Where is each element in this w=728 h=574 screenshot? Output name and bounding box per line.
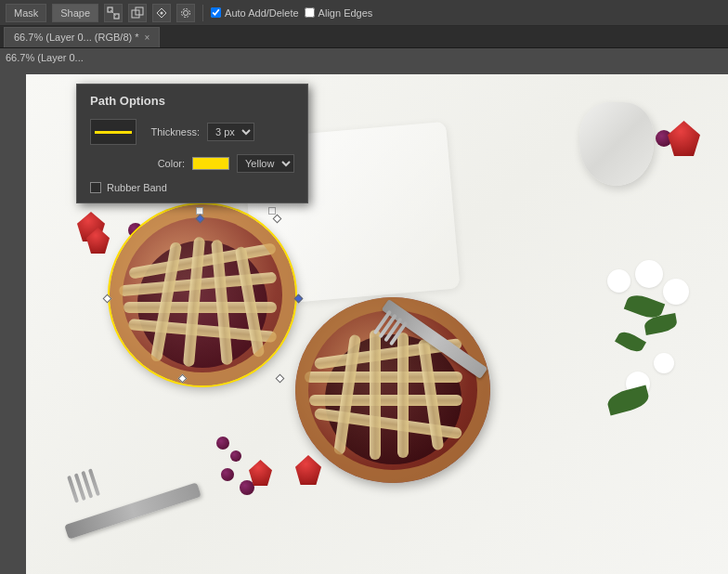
svg-line-2 bbox=[110, 10, 116, 16]
fork-on-pie-container bbox=[374, 333, 495, 346]
strawberry-4 bbox=[668, 121, 700, 156]
color-selector[interactable]: Yellow Red Blue Green White Black bbox=[192, 154, 294, 173]
path-options-popup: Path Options Thickness: 3 px 1 px 2 px 4… bbox=[76, 84, 308, 203]
leaf-3 bbox=[615, 329, 646, 356]
color-row: Color: Yellow Red Blue Green White Black bbox=[90, 154, 294, 173]
path-tool-icon bbox=[107, 7, 120, 20]
path-icon-button[interactable] bbox=[104, 4, 123, 22]
flower-1 bbox=[635, 260, 663, 288]
auto-add-delete-checkbox[interactable] bbox=[211, 7, 221, 18]
svg-point-6 bbox=[184, 10, 188, 15]
strawberry-3 bbox=[295, 455, 321, 485]
auto-add-delete-checkbox-label[interactable]: Auto Add/Delete bbox=[211, 7, 299, 19]
thickness-preview bbox=[90, 119, 136, 145]
bottom-fork-tines bbox=[67, 468, 100, 502]
main-toolbar: Mask Shape Auto Add/Delete Align Edges bbox=[0, 0, 728, 26]
rubber-band-checkbox[interactable] bbox=[90, 182, 101, 193]
align-edges-checkbox[interactable] bbox=[305, 7, 315, 18]
thickness-label: Thickness: bbox=[144, 126, 200, 137]
settings-icon bbox=[179, 7, 192, 20]
flower-4 bbox=[654, 353, 674, 373]
pie-crust-left bbox=[110, 204, 295, 385]
document-tab[interactable]: 66.7% (Layer 0... (RGB/8) * × bbox=[4, 27, 160, 47]
transform-icon-button[interactable] bbox=[152, 4, 171, 22]
thickness-select[interactable]: 3 px 1 px 2 px 4 px 5 px bbox=[207, 123, 254, 141]
color-swatch[interactable] bbox=[192, 157, 229, 170]
berry-7 bbox=[240, 480, 254, 495]
combine-icon bbox=[131, 7, 144, 20]
strawberry-5 bbox=[249, 460, 272, 486]
flower-2 bbox=[663, 279, 689, 305]
canvas-label: 66.7% (Layer 0... bbox=[6, 52, 84, 63]
anchor-bottom[interactable] bbox=[276, 374, 285, 384]
color-select[interactable]: Yellow Red Blue Green White Black bbox=[237, 154, 294, 173]
bottom-fork bbox=[63, 503, 202, 518]
popup-title: Path Options bbox=[90, 94, 294, 108]
pie-left bbox=[110, 204, 295, 385]
berry-4 bbox=[230, 450, 241, 462]
svg-point-7 bbox=[182, 8, 190, 17]
canvas-area: 66.7% (Layer 0... bbox=[0, 48, 728, 574]
settings-icon-button[interactable] bbox=[176, 4, 195, 22]
tab-close-button[interactable]: × bbox=[145, 33, 150, 43]
tab-label: 66.7% (Layer 0... (RGB/8) * bbox=[14, 32, 139, 43]
preview-line bbox=[95, 131, 132, 134]
combine-icon-button[interactable] bbox=[128, 4, 147, 22]
svg-point-5 bbox=[161, 11, 163, 14]
handle-2[interactable] bbox=[268, 207, 276, 215]
align-edges-label: Align Edges bbox=[318, 7, 373, 19]
align-edges-checkbox-label[interactable]: Align Edges bbox=[305, 7, 373, 19]
separator-1 bbox=[202, 5, 203, 21]
flower-3 bbox=[607, 269, 630, 293]
thickness-row: Thickness: 3 px 1 px 2 px 4 px 5 px bbox=[90, 119, 294, 145]
shape-button[interactable]: Shape bbox=[52, 4, 98, 22]
flower-cluster bbox=[598, 260, 709, 446]
mask-button[interactable]: Mask bbox=[6, 4, 46, 22]
teapot bbox=[579, 102, 654, 186]
tab-bar: 66.7% (Layer 0... (RGB/8) * × bbox=[0, 26, 728, 48]
leaf-4 bbox=[605, 385, 651, 416]
transform-icon bbox=[155, 7, 168, 20]
color-label: Color: bbox=[129, 158, 185, 169]
rubber-band-row: Rubber Band bbox=[90, 182, 294, 193]
auto-add-delete-label: Auto Add/Delete bbox=[225, 7, 299, 19]
berry-6 bbox=[221, 468, 234, 481]
berry-3 bbox=[216, 437, 229, 450]
rubber-band-label: Rubber Band bbox=[107, 182, 167, 193]
